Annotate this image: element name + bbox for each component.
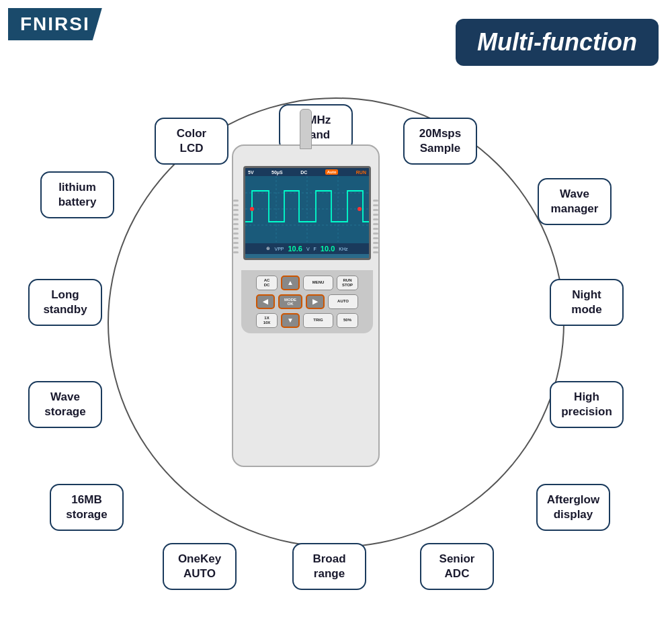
- feature-label-color-lcd: ColorLCD: [177, 126, 206, 156]
- svg-point-7: [358, 207, 362, 211]
- feature-label-wave-storage: Wavestorage: [44, 390, 85, 419]
- feature-16mb-storage: 16MBstorage: [50, 484, 124, 531]
- logo: FNIRSI: [8, 8, 102, 40]
- feature-label-afterglow-display: Afterglowdisplay: [547, 493, 599, 522]
- feature-wave-manager: Wavemanager: [538, 178, 612, 225]
- btn-up[interactable]: ▲: [281, 276, 300, 290]
- feature-20msps-sample: 20MspsSample: [403, 118, 477, 165]
- feature-wave-storage: Wavestorage: [28, 381, 102, 428]
- feature-broad-range: Broadrange: [292, 543, 366, 590]
- btn-run-stop[interactable]: RUNSTOP: [337, 276, 358, 290]
- device-image: 5V 50μS DC Auto RUN: [225, 144, 386, 480]
- feature-night-mode: Nightmode: [550, 279, 624, 326]
- feature-long-standby: Longstandby: [28, 279, 102, 326]
- screen-bottom-bar: ⊕ VPP 10.6 V F 10.0 KHz: [245, 243, 369, 254]
- btn-ac-dc[interactable]: ACDC: [256, 276, 278, 290]
- feature-label-16mb-storage: 16MBstorage: [66, 493, 107, 522]
- btn-down[interactable]: ▼: [281, 313, 300, 328]
- device-screen: 5V 50μS DC Auto RUN: [243, 166, 371, 260]
- btn-left[interactable]: ◀: [256, 294, 275, 309]
- feature-high-precision: Highprecision: [550, 381, 624, 428]
- feature-label-lithium-battery: lithiumbattery: [58, 180, 97, 210]
- feature-label-broad-range: Broadrange: [312, 552, 345, 581]
- feature-label-high-precision: Highprecision: [561, 390, 612, 419]
- device-buttons: ACDC ▲ MENU RUNSTOP ◀ MODEOK ▶ AUTO 1X10…: [241, 270, 373, 333]
- btn-menu[interactable]: MENU: [303, 276, 333, 290]
- grip-right: [373, 200, 378, 334]
- feature-label-wave-manager: Wavemanager: [551, 187, 599, 216]
- screen-wave: [245, 176, 369, 243]
- btn-1x-10x[interactable]: 1X10X: [256, 313, 278, 328]
- feature-lithium-battery: lithiumbattery: [40, 171, 114, 218]
- page-title: Multi-function: [477, 28, 637, 56]
- feature-label-night-mode: Nightmode: [571, 288, 601, 317]
- feature-label-onekey-auto: OneKeyAUTO: [178, 552, 221, 581]
- feature-label-long-standby: Longstandby: [43, 288, 87, 317]
- btn-right[interactable]: ▶: [306, 294, 325, 309]
- title-banner: Multi-function: [456, 19, 659, 66]
- btn-auto[interactable]: AUTO: [328, 294, 358, 309]
- feature-label-senior-adc: SeniorADC: [439, 552, 475, 581]
- btn-mode-ok[interactable]: MODEOK: [278, 294, 302, 309]
- grip-left: [233, 200, 239, 334]
- logo-text: FNIRSI: [20, 13, 90, 34]
- svg-point-6: [250, 207, 254, 211]
- feature-afterglow-display: Afterglowdisplay: [536, 484, 610, 531]
- feature-onekey-auto: OneKeyAUTO: [163, 543, 237, 590]
- feature-label-20msps-sample: 20MspsSample: [419, 126, 461, 156]
- screen-top-bar: 5V 50μS DC Auto RUN: [245, 168, 369, 176]
- btn-50pct[interactable]: 50%: [337, 313, 358, 328]
- feature-color-lcd: ColorLCD: [155, 118, 228, 165]
- btn-trig[interactable]: TRIG: [303, 313, 333, 328]
- antenna: [300, 109, 312, 149]
- feature-senior-adc: SeniorADC: [420, 543, 494, 590]
